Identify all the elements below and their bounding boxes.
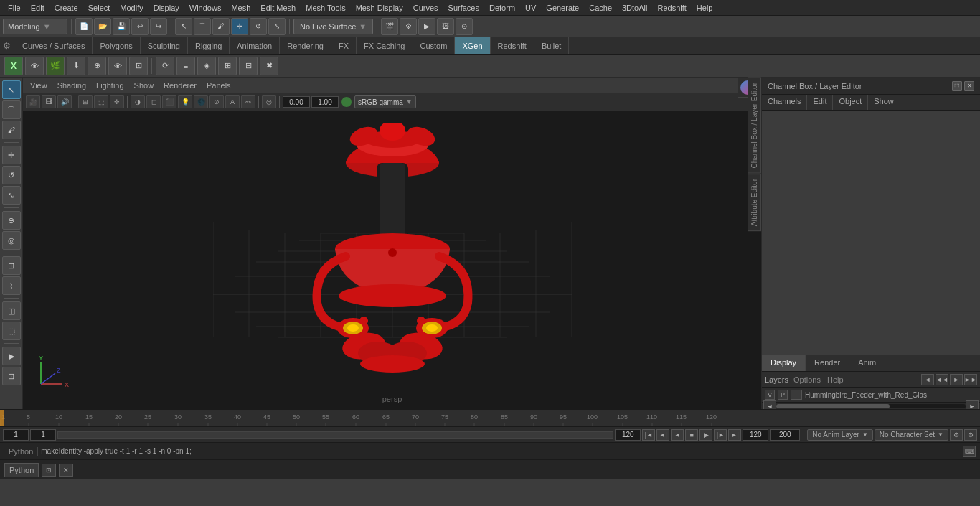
open-file-btn[interactable]: 📂 bbox=[94, 18, 111, 35]
vp-shade-btn[interactable]: ◑ bbox=[131, 95, 145, 108]
char-set-prefs-btn[interactable]: ⚙ bbox=[964, 429, 977, 441]
vp-menu-view[interactable]: View bbox=[26, 80, 52, 91]
vp-sound-btn[interactable]: 🔊 bbox=[57, 95, 72, 108]
move-btn[interactable]: ✛ bbox=[231, 18, 248, 35]
render-quick-btn[interactable]: ▶ bbox=[2, 347, 21, 365]
cb-tab-channels[interactable]: Channels bbox=[762, 95, 807, 110]
panel-float-btn[interactable]: ⬚ bbox=[952, 81, 962, 91]
lasso-tool-btn[interactable]: ⌒ bbox=[2, 100, 21, 119]
vp-isolate-btn[interactable]: ◎ bbox=[262, 95, 276, 108]
xgen-btn-3[interactable]: 🌿 bbox=[46, 57, 65, 75]
tab-fx[interactable]: FX bbox=[331, 37, 357, 54]
cb-tab-edit[interactable]: Edit bbox=[807, 95, 833, 110]
cb-tab-show[interactable]: Show bbox=[868, 95, 900, 110]
vp-motion-btn[interactable]: ↝ bbox=[241, 95, 255, 108]
menu-3dtool[interactable]: 3DtoAll bbox=[617, 2, 652, 14]
vp-camera-btn[interactable]: 🎥 bbox=[26, 95, 40, 108]
timeline-ruler[interactable]: 1 5 10 15 20 25 30 35 40 45 50 bbox=[0, 410, 980, 426]
cmd-icon-btn[interactable]: ⌨ bbox=[963, 446, 976, 457]
menu-edit[interactable]: Edit bbox=[26, 2, 50, 14]
vp-film-btn[interactable]: 🎞 bbox=[42, 95, 56, 108]
vp-menu-lighting[interactable]: Lighting bbox=[92, 80, 128, 91]
render-view-btn[interactable]: 🖼 bbox=[437, 18, 454, 35]
vp-menu-show[interactable]: Show bbox=[130, 80, 159, 91]
show-btn[interactable]: ⬚ bbox=[2, 322, 21, 340]
xgen-btn-13[interactable]: ✖ bbox=[260, 57, 278, 75]
render-settings-btn[interactable]: ⚙ bbox=[400, 18, 417, 35]
menu-windows[interactable]: Windows bbox=[184, 2, 227, 14]
menu-file[interactable]: File bbox=[3, 2, 26, 14]
xgen-btn-7[interactable]: ⊡ bbox=[129, 57, 148, 75]
layer-visibility-p[interactable]: P bbox=[778, 390, 788, 400]
vp-frame-btn[interactable]: ⬚ bbox=[94, 95, 108, 108]
xgen-btn-1[interactable]: X bbox=[4, 57, 23, 75]
gamma-dropdown[interactable]: sRGB gamma ▼ bbox=[354, 95, 416, 108]
select-btn[interactable]: ↖ bbox=[175, 18, 192, 35]
vp-lights-btn[interactable]: 💡 bbox=[178, 95, 192, 108]
vp-menu-panels[interactable]: Panels bbox=[202, 80, 235, 91]
xgen-btn-6[interactable]: 👁 bbox=[108, 57, 127, 75]
vp-grid-btn[interactable]: ⊞ bbox=[78, 95, 93, 108]
scale-btn[interactable]: ⤡ bbox=[268, 18, 286, 35]
xgen-btn-4[interactable]: ⬇ bbox=[67, 57, 85, 75]
hide-btn[interactable]: ◫ bbox=[2, 301, 21, 320]
vp-coord-y-input[interactable]: 1.00 bbox=[311, 96, 339, 108]
layer-prev2-btn[interactable]: ◄◄ bbox=[936, 374, 948, 385]
cb-tab-object[interactable]: Object bbox=[833, 95, 868, 110]
layer-color-swatch[interactable] bbox=[791, 390, 802, 400]
ipr-btn[interactable]: ▶ bbox=[418, 18, 435, 35]
menu-generate[interactable]: Generate bbox=[541, 2, 584, 14]
save-file-btn[interactable]: 💾 bbox=[113, 18, 130, 35]
menu-uv[interactable]: UV bbox=[520, 2, 541, 14]
xgen-btn-8[interactable]: ⟳ bbox=[156, 57, 174, 75]
layer-visibility-v[interactable]: V bbox=[765, 390, 775, 400]
render-btn[interactable]: 🎬 bbox=[381, 18, 398, 35]
scrollbar-track[interactable] bbox=[776, 404, 966, 408]
tab-rendering[interactable]: Rendering bbox=[280, 37, 331, 54]
menu-display[interactable]: Display bbox=[149, 2, 184, 14]
workspace-settings-icon[interactable]: ⚙ bbox=[3, 41, 11, 51]
range-start-input[interactable]: 1 bbox=[30, 429, 56, 441]
new-file-btn[interactable]: 📄 bbox=[75, 18, 93, 35]
workspace-dropdown[interactable]: Modeling ▼ bbox=[3, 19, 67, 34]
anim-layer-dropdown[interactable]: No Anim Layer ▼ bbox=[807, 429, 873, 441]
play-fwd-btn[interactable]: ▶ bbox=[699, 429, 712, 441]
tab-fx-caching[interactable]: FX Caching bbox=[357, 37, 413, 54]
xgen-btn-11[interactable]: ⊞ bbox=[218, 57, 237, 75]
xgen-btn-5[interactable]: ⊕ bbox=[88, 57, 106, 75]
range-end-input[interactable]: 120 bbox=[615, 429, 641, 441]
layer-next2-btn[interactable]: ►► bbox=[964, 374, 977, 385]
anim-prefs-btn[interactable]: ⚙ bbox=[950, 429, 963, 441]
menu-select[interactable]: Select bbox=[83, 2, 116, 14]
move-tool-btn[interactable]: ✛ bbox=[2, 146, 21, 164]
panel-close-btn[interactable]: ✕ bbox=[964, 81, 974, 91]
undo-btn[interactable]: ↩ bbox=[131, 18, 149, 35]
attribute-editor-side-tab[interactable]: Attribute Editor bbox=[748, 174, 761, 231]
menu-redshift[interactable]: Redshift bbox=[652, 2, 691, 14]
render-region-btn[interactable]: ⊡ bbox=[2, 367, 21, 385]
window-resize-btn[interactable]: ⊡ bbox=[42, 464, 56, 477]
vp-ao-btn[interactable]: ⊙ bbox=[209, 95, 224, 108]
tab-curves-surfaces[interactable]: Curves / Surfaces bbox=[15, 37, 93, 54]
menu-surfaces[interactable]: Surfaces bbox=[443, 2, 484, 14]
channel-box-side-tab[interactable]: Channel Box / Layer Editor bbox=[748, 78, 761, 174]
snap-curve-btn[interactable]: ⌇ bbox=[2, 276, 21, 295]
frame-range-bar[interactable] bbox=[57, 431, 613, 439]
layers-help[interactable]: Help bbox=[827, 375, 844, 384]
vp-shadows-btn[interactable]: 🌑 bbox=[194, 95, 208, 108]
paint-btn[interactable]: 🖌 bbox=[212, 18, 230, 35]
language-label[interactable]: Python bbox=[4, 447, 38, 456]
soft-select-btn[interactable]: ◎ bbox=[2, 231, 21, 250]
tab-animation[interactable]: Animation bbox=[230, 37, 280, 54]
rotate-btn[interactable]: ↺ bbox=[250, 18, 267, 35]
menu-modify[interactable]: Modify bbox=[115, 2, 148, 14]
lasso-btn[interactable]: ⌒ bbox=[194, 18, 211, 35]
skip-end-btn[interactable]: ►| bbox=[728, 429, 741, 441]
play-back-btn[interactable]: ◄ bbox=[671, 429, 684, 441]
vp-aa-btn[interactable]: A bbox=[225, 95, 240, 108]
layer-next-btn[interactable]: ► bbox=[950, 374, 963, 385]
vp-manip-btn[interactable]: ✛ bbox=[110, 95, 124, 108]
no-live-surface-btn[interactable]: No Live Surface ▼ bbox=[293, 19, 373, 34]
current-frame-input[interactable]: 1 bbox=[3, 429, 29, 441]
timeline[interactable]: 1 5 10 15 20 25 30 35 40 45 50 bbox=[0, 409, 980, 426]
